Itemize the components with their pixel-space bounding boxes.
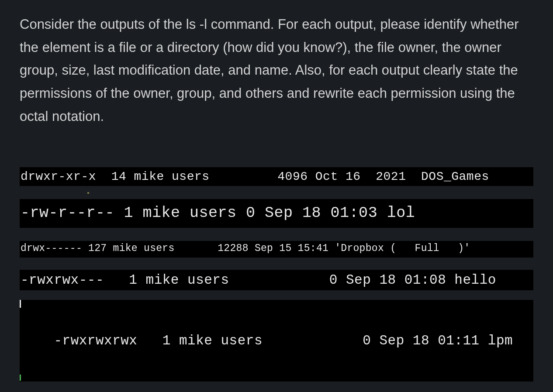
ls-output-line-5: -rwxrwxrwx 1 mike users 0 Sep 18 01:11 l…: [20, 300, 533, 382]
ls-output-line-5-text: -rwxrwxrwx 1 mike users 0 Sep 18 01:11 l…: [54, 333, 513, 348]
ls-output-line-2: -rw-r--r-- 1 mike users 0 Sep 18 01:03 l…: [20, 199, 533, 228]
ls-output-line-4: -rwxrwx--- 1 mike users 0 Sep 18 01:08 h…: [20, 270, 533, 290]
artifact-dot: [87, 192, 89, 194]
ls-output-line-1: drwxr-xr-x 14 mike users 4096 Oct 16 202…: [20, 167, 533, 186]
question-prompt: Consider the outputs of the ls -l comman…: [20, 13, 533, 128]
cursor-mark-top: [20, 300, 21, 308]
ls-output-line-3: drwx------ 127 mike users 12288 Sep 15 1…: [20, 241, 533, 258]
cursor-mark-bottom: [20, 375, 21, 381]
terminal-output-container: drwxr-xr-x 14 mike users 4096 Oct 16 202…: [20, 167, 533, 382]
